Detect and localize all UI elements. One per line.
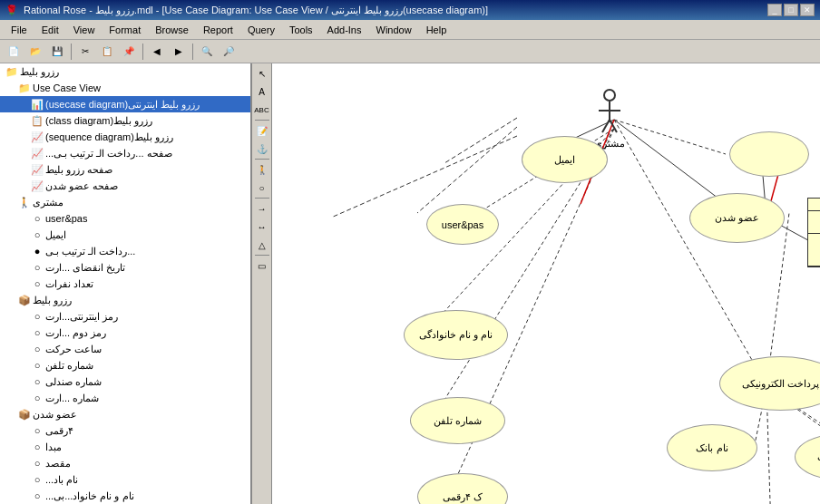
tree-item-25[interactable]: ○نام باد... [0, 471, 250, 488]
forward-button[interactable]: ▶ [169, 43, 189, 61]
tree-icon-20: ○ [30, 391, 44, 405]
tree-item-9[interactable]: ○user&pas [0, 210, 250, 227]
maximize-button[interactable]: □ [784, 4, 798, 16]
tree-item-10[interactable]: ○ایمیل [0, 227, 250, 243]
tree-item-12[interactable]: ○تاریخ انقضای ...ارت [0, 259, 250, 276]
tree-label-25: نام باد... [45, 474, 78, 486]
association-tool[interactable]: ↔ [254, 218, 270, 235]
attr-email: ایمیل [812, 222, 820, 232]
menu-item-view[interactable]: View [66, 23, 102, 37]
text-tool[interactable]: A [254, 83, 270, 100]
menu-item-edit[interactable]: Edit [34, 23, 66, 37]
tree-icon-0: 📁 [5, 64, 19, 79]
minimize-button[interactable]: _ [767, 4, 782, 16]
tree-item-11[interactable]: ●...رداخت الـ ترتیب بـی [0, 243, 250, 259]
package-tool[interactable]: ▭ [254, 257, 270, 274]
tree-item-22[interactable]: ○۴رقمی [0, 422, 250, 439]
dependency-tool[interactable]: → [254, 200, 270, 217]
tree-label-22: ۴رقمی [45, 425, 73, 437]
tree-icon-6: 📈 [30, 162, 44, 177]
canvas[interactable]: مشتری نام نام خانوادگی ایمیل ()وارد کردن… [272, 63, 820, 504]
tree-item-7[interactable]: 📈صفحه عضو شدن [0, 178, 250, 194]
anchor-tool[interactable]: ⚓ [254, 141, 270, 157]
usecase-register[interactable]: عضو شدن [689, 193, 785, 243]
select-tool[interactable]: ↖ [254, 65, 270, 82]
usecase-topright[interactable] [729, 131, 809, 177]
tree-item-23[interactable]: ○مبدا [0, 439, 250, 455]
tree-item-24[interactable]: ○مقصد [0, 455, 250, 471]
tree-item-16[interactable]: ○رمز دوم ...ارت [0, 325, 250, 341]
tree-item-20[interactable]: ○شماره ...ارت [0, 390, 250, 406]
tree-icon-5: 📈 [30, 146, 44, 160]
menu-item-help[interactable]: Help [419, 23, 454, 37]
zoom-in-button[interactable]: 🔍 [197, 43, 217, 61]
copy-button[interactable]: 📋 [97, 43, 117, 61]
usecase-4digit[interactable]: ک ۴رقمی [417, 473, 508, 504]
tree-item-21[interactable]: 📦عضو شدن [0, 406, 250, 422]
usecase-fullname[interactable]: نام و نام خانوادگی [404, 310, 508, 360]
tree-label-17: ساعت حرکت [45, 344, 102, 355]
note-tool[interactable]: 📝 [254, 122, 270, 139]
generalization-tool[interactable]: △ [254, 237, 270, 253]
menu-item-query[interactable]: Query [240, 23, 282, 37]
menu-item-report[interactable]: Report [196, 23, 240, 37]
back-button[interactable]: ◀ [147, 43, 167, 61]
tree-icon-10: ○ [30, 228, 44, 242]
usecase-4digit-label: ک ۴رقمی [443, 491, 483, 503]
actor-tool[interactable]: 🚶 [254, 161, 270, 178]
diag-separator-1 [255, 120, 269, 121]
usecase-bankname[interactable]: نام بانک [667, 424, 757, 471]
class-box-customer[interactable]: نام نام خانوادگی ایمیل ()وارد کردن ()بک … [807, 198, 820, 267]
tree-item-15[interactable]: ○رمز اینترنتی...ارت [0, 308, 250, 325]
tree-label-8: مشتری [33, 197, 63, 208]
tree-label-2: رزرو بلیط اینترنتی(usecase diagram) [45, 99, 200, 111]
open-button[interactable]: 📂 [25, 43, 45, 61]
tree-label-13: تعداد نفرات [45, 278, 93, 290]
tree-item-26[interactable]: ○نام و نام خانواد...بی... [0, 488, 250, 504]
tree-item-13[interactable]: ○تعداد نفرات [0, 276, 250, 292]
usecase-fullname-label: نام و نام خانوادگی [419, 329, 493, 341]
attr-lastname: نام خانوادگی [812, 212, 820, 222]
tree-item-6[interactable]: 📈صفحه رزرو بلیط [0, 161, 250, 178]
usecase-userpas[interactable]: user&pas [426, 204, 499, 245]
abc-tool[interactable]: ABC [254, 102, 270, 118]
usecase-tool[interactable]: ○ [254, 179, 270, 196]
usecase-payment[interactable]: پرداخت الکترونیکی [719, 356, 820, 411]
tree-label-15: رمز اینترنتی...ارت [45, 311, 118, 323]
tree-item-19[interactable]: ○شماره صندلی [0, 373, 250, 390]
tree-item-17[interactable]: ○ساعت حرکت [0, 341, 250, 357]
usecase-cardnum[interactable]: شماره کارت [795, 433, 820, 480]
toolbar: 📄 📂 💾 ✂ 📋 📌 ◀ ▶ 🔍 🔎 [0, 40, 820, 63]
menu-item-format[interactable]: Format [102, 23, 148, 37]
new-button[interactable]: 📄 [4, 43, 24, 61]
tree-item-5[interactable]: 📈صفحه ...رداخت الـ ترتیب بـی... [0, 145, 250, 161]
tree-item-1[interactable]: 📁Use Case View [0, 80, 250, 96]
tree-label-19: شماره صندلی [45, 376, 102, 388]
tree-item-8[interactable]: 🚶مشتری [0, 194, 250, 210]
paste-button[interactable]: 📌 [119, 43, 139, 61]
menu-item-window[interactable]: Window [369, 23, 419, 37]
app-icon: 🌹 [5, 5, 18, 16]
menu-item-add-ins[interactable]: Add-Ins [320, 23, 369, 37]
tree-item-14[interactable]: 📦رزرو بلیط [0, 292, 250, 308]
tree-icon-25: ○ [30, 472, 44, 487]
title-bar: 🌹 Rational Rose - رزرو بلیط.mdl - [Use C… [0, 0, 820, 20]
save-button[interactable]: 💾 [47, 43, 67, 61]
cut-button[interactable]: ✂ [75, 43, 95, 61]
usecase-phone[interactable]: شماره تلفن [410, 397, 505, 444]
menu-item-browse[interactable]: Browse [148, 23, 196, 37]
close-button[interactable]: ✕ [800, 4, 815, 16]
tree-item-18[interactable]: ○شماره تلفن [0, 357, 250, 373]
usecase-email[interactable]: ایمیل [522, 136, 608, 183]
menu-item-file[interactable]: File [4, 23, 34, 37]
method-3: ()ثبت کردن اطلاعات [812, 255, 820, 265]
usecase-email-label: ایمیل [554, 154, 575, 166]
tree-item-3[interactable]: 📋رزرو بلیط(class diagram) [0, 112, 250, 129]
tree-item-4[interactable]: 📈رزرو بلیط(sequence diagram) [0, 129, 250, 145]
actor-customer[interactable]: مشتری [594, 89, 625, 150]
tree-item-2[interactable]: 📊رزرو بلیط اینترنتی(usecase diagram) [0, 96, 250, 112]
menu-item-tools[interactable]: Tools [282, 23, 320, 37]
zoom-out-button[interactable]: 🔎 [219, 43, 239, 61]
method-1: ()وارد کردن [812, 235, 820, 245]
tree-item-0[interactable]: 📁رزرو بلیط [0, 63, 250, 80]
